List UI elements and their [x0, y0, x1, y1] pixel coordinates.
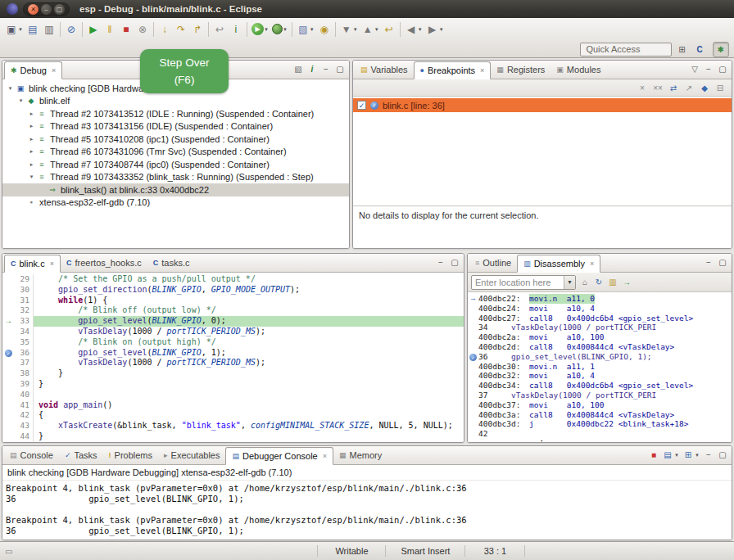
disassembly-row[interactable]: 400dbc2d:call8 0x400844c4 <vTaskDelay>	[468, 342, 732, 352]
close-tab-icon[interactable]: ×	[480, 66, 484, 75]
debug-button[interactable]: ▼	[270, 20, 289, 38]
annotation-gutter[interactable]	[2, 390, 14, 400]
minimize-icon[interactable]: −	[436, 258, 446, 267]
collapse-all-icon[interactable]: ⊟	[715, 84, 725, 93]
dropdown-icon[interactable]: ▼	[439, 27, 444, 32]
tree-expander-icon[interactable]: ▸	[27, 111, 36, 117]
tree-expander-icon[interactable]: ▾	[6, 85, 15, 92]
debug-tree-item[interactable]: ▾≡Thread #9 1073433352 (blink_task : Run…	[2, 171, 349, 184]
disassembly-row[interactable]: 42	[468, 429, 732, 439]
annotation-gutter[interactable]	[2, 305, 14, 316]
show-source-icon[interactable]: ▥	[608, 278, 618, 287]
annotation-gutter[interactable]	[2, 400, 14, 411]
annotation-gutter[interactable]	[2, 337, 14, 348]
code-line[interactable]: ✓36 gpio_set_level(BLINK_GPIO, 1);	[2, 348, 464, 359]
print-button[interactable]: ▥	[41, 20, 57, 38]
tab-problems[interactable]: !Problems	[103, 446, 158, 464]
sync-with-pc-icon[interactable]: →	[622, 278, 632, 287]
annotation-gutter[interactable]	[2, 368, 14, 379]
tab-tasks-c[interactable]: Ctasks.c	[147, 254, 196, 272]
annotation-gutter[interactable]	[2, 421, 14, 431]
tab-registers[interactable]: ▦Registers	[491, 61, 550, 79]
new-wizard-button[interactable]: ▣▼	[3, 20, 25, 38]
tab-modules[interactable]: ▣Modules	[550, 61, 606, 79]
code-line[interactable]: 30 gpio_set_direction(BLINK_GPIO, GPIO_M…	[2, 285, 464, 296]
code-line[interactable]: 39}	[2, 379, 464, 390]
annotation-gutter[interactable]	[2, 358, 14, 368]
new-cpp-project-button[interactable]: ▧▼	[295, 20, 316, 38]
debug-tree-item[interactable]: ⇒blink_task() at blink.c:33 0x400dbc22	[2, 183, 349, 196]
maximize-icon[interactable]: ▢	[718, 258, 727, 267]
breakpoint-item[interactable]: ✓✓blink.c [line: 36]	[353, 98, 732, 112]
disassembly-listing[interactable]: →400dbc22:movi.n a11, 0400dbc24:movi a10…	[468, 292, 732, 442]
dropdown-icon[interactable]: ▼	[310, 27, 315, 32]
disassembly-row[interactable]: 34vTaskDelay(1000 / portTICK_PERI	[468, 323, 732, 332]
instruction-stepping-button[interactable]: i	[228, 20, 244, 38]
debug-view-layout-icon[interactable]: ▧	[293, 65, 303, 74]
debug-tree-item[interactable]: ▪xtensa-esp32-elf-gdb (7.10)	[2, 196, 349, 210]
breakpoint-checkbox[interactable]: ✓	[357, 101, 366, 110]
code-line[interactable]: 37 vTaskDelay(1000 / portTICK_PERIOD_MS)…	[2, 358, 464, 368]
disassembly-row[interactable]: 400dbc30:movi.n a11, 1	[468, 362, 732, 372]
step-over-button[interactable]: ↷	[173, 20, 189, 38]
disassembly-row[interactable]: 400dbc3d:j 0x400dbc22 <blink_task+18>	[468, 419, 732, 429]
previous-annotation-button[interactable]: ▲▼	[360, 20, 381, 38]
minimize-icon[interactable]: −	[321, 65, 331, 74]
annotation-gutter[interactable]	[2, 431, 14, 442]
view-menu-icon[interactable]: ▽	[690, 65, 700, 74]
home-icon[interactable]: ⌂	[580, 278, 590, 287]
dropdown-icon[interactable]: ▼	[353, 27, 358, 32]
tab-debug[interactable]: ✱Debug×	[4, 61, 62, 79]
dropdown-icon[interactable]: ▼	[418, 27, 423, 32]
disassembly-row[interactable]: 400dbc37:movi a10, 100	[468, 400, 732, 410]
disassembly-row[interactable]: ✓36gpio_set_level(BLINK_GPIO, 1);	[468, 352, 732, 362]
annotation-gutter[interactable]	[2, 285, 14, 296]
debug-tree-item[interactable]: ▸≡Thread #2 1073413512 (IDLE : Running) …	[2, 107, 349, 120]
disassembly-row[interactable]: 400dbc32:movi a10, 4	[468, 371, 732, 381]
minimize-icon[interactable]: −	[704, 258, 714, 267]
tab-memory[interactable]: ▦Memory	[333, 446, 387, 464]
cpp-perspective-button[interactable]: C	[691, 42, 707, 57]
breakpoint-icon[interactable]: ✓	[2, 348, 14, 359]
show-breakpoints-for-selection-icon[interactable]: ⇄	[668, 84, 678, 93]
disconnect-button[interactable]: ⊗	[134, 20, 151, 38]
open-perspective-icon[interactable]: ⊞	[677, 45, 686, 54]
code-line[interactable]: 43 xTaskCreate(&blink_task, "blink_task"…	[2, 421, 464, 431]
run-button[interactable]: ▶▼	[250, 20, 270, 38]
minimize-icon[interactable]: −	[704, 65, 714, 74]
tab-variables[interactable]: ▤Variables	[355, 61, 414, 79]
terminate-button[interactable]: ■	[118, 20, 134, 38]
dropdown-icon[interactable]: ▼	[283, 27, 288, 32]
code-line[interactable]: 29 /* Set the GPIO as a push/pull output…	[2, 274, 464, 285]
tab-executables[interactable]: ▸Executables	[158, 446, 225, 464]
code-line[interactable]: →33 gpio_set_level(BLINK_GPIO, 0);	[2, 316, 464, 327]
remove-all-breakpoints-icon[interactable]: ××	[653, 84, 663, 93]
disassembly-row[interactable]: 400dbc2a:movi a10, 100	[468, 332, 732, 342]
annotation-gutter[interactable]	[2, 296, 14, 306]
last-edit-location-button[interactable]: ↩	[381, 20, 397, 38]
tab-breakpoints[interactable]: ●Breakpoints×	[414, 61, 492, 79]
annotation-gutter[interactable]	[2, 379, 14, 390]
tab-blink-c[interactable]: Cblink.c×	[4, 255, 61, 273]
location-combo[interactable]: Enter location here ▼	[471, 275, 576, 290]
tab-tasks[interactable]: ✓Tasks	[59, 446, 103, 464]
instruction-step-mode-icon[interactable]: i	[307, 65, 317, 74]
annotation-gutter[interactable]	[2, 327, 14, 337]
save-button[interactable]: ▤	[25, 20, 41, 38]
open-console-icon[interactable]: ⊞	[683, 450, 693, 459]
go-to-file-for-breakpoint-icon[interactable]: ↗	[684, 84, 694, 93]
tree-expander-icon[interactable]: ▸	[27, 161, 36, 168]
debug-perspective-button[interactable]: ✱	[713, 42, 729, 57]
window-maximize-button[interactable]: ▢	[54, 4, 65, 15]
disassembly-row[interactable]: 400dbc27:call8 0x400dc6b4 <gpio_set_leve…	[468, 314, 732, 323]
window-minimize-button[interactable]: –	[41, 4, 52, 15]
code-line[interactable]: 34 vTaskDelay(1000 / portTICK_PERIOD_MS)…	[2, 327, 464, 337]
debug-tree-item[interactable]: ▾◆blink.elf	[2, 95, 349, 108]
tree-expander-icon[interactable]: ▸	[27, 136, 36, 142]
pin-icon[interactable]: ◆	[700, 84, 709, 93]
code-line[interactable]: 35 /* Blink on (output high) */	[2, 337, 464, 348]
code-line[interactable]: 32 /* Blink off (output low) */	[2, 305, 464, 316]
dropdown-icon[interactable]: ▼	[18, 27, 23, 32]
drop-to-frame-button[interactable]: ↩	[211, 20, 228, 38]
back-button[interactable]: ◀▼	[403, 20, 424, 38]
